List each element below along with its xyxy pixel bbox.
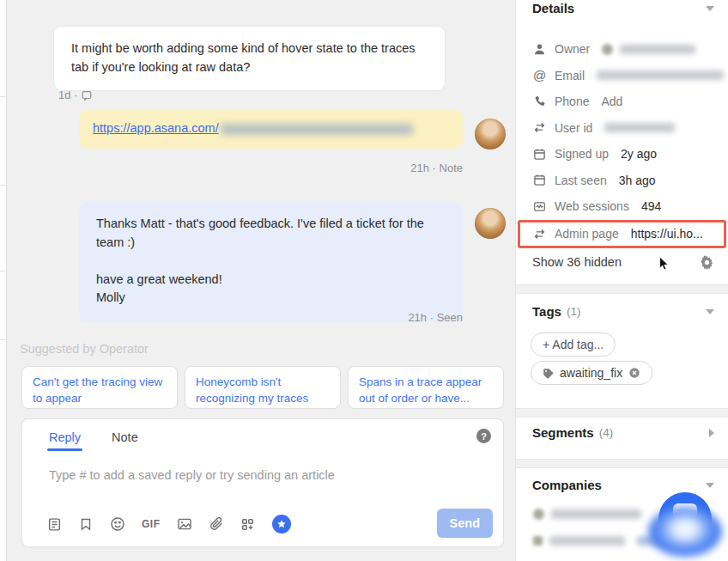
- calendar-icon: [532, 147, 547, 162]
- messenger-launcher-button[interactable]: [658, 492, 712, 546]
- redacted-owner-value: [620, 45, 695, 54]
- redacted-owner-avatar: [602, 44, 613, 55]
- composer-input[interactable]: Type # to add a saved reply or try sendi…: [49, 468, 335, 482]
- detail-row-phone[interactable]: Phone Add: [516, 88, 728, 115]
- detail-label: Phone: [555, 95, 589, 108]
- detail-row-user-id[interactable]: User id: [516, 115, 728, 142]
- show-hidden-link[interactable]: Show 36 hidden: [532, 255, 622, 269]
- composer-tabs: Reply Note: [49, 430, 138, 451]
- details-sidebar: Details Owner @ Email Phone: [515, 0, 728, 561]
- redacted-email-value: [597, 70, 724, 80]
- note-message-meta: 21h · Note: [79, 162, 463, 174]
- activity-icon: [532, 199, 547, 214]
- companies-header: Companies: [532, 478, 714, 492]
- gif-icon[interactable]: GIF: [142, 518, 161, 530]
- sync-icon: [532, 227, 547, 241]
- section-divider: [516, 459, 728, 468]
- reply-paragraph-gap: [96, 253, 446, 271]
- teammate-avatar: [475, 119, 506, 149]
- calendar-icon: [532, 173, 547, 187]
- segments-title: Segments: [532, 425, 594, 440]
- details-header: Details: [532, 1, 714, 15]
- send-button[interactable]: Send: [437, 509, 493, 538]
- details-title: Details: [532, 1, 574, 15]
- detail-row-admin-page[interactable]: Admin page https://ui.ho...: [518, 220, 726, 248]
- redacted-company-name: [551, 509, 641, 519]
- redacted-user-id-value: [604, 123, 675, 132]
- image-icon[interactable]: [177, 516, 192, 532]
- detail-label: Admin page: [555, 227, 619, 241]
- admin-page-link[interactable]: https://ui.ho...: [631, 227, 703, 241]
- operator-star-icon[interactable]: [272, 515, 291, 534]
- sync-icon: [532, 120, 547, 135]
- composer-toolbar: GIF: [46, 515, 291, 534]
- chevron-down-icon[interactable]: [706, 309, 714, 314]
- section-divider: [516, 408, 728, 418]
- company-row-redacted[interactable]: [533, 536, 682, 546]
- detail-label: Last seen: [555, 174, 607, 187]
- inbox-conversation-page: It might be worth adding some kind of ho…: [0, 0, 728, 561]
- add-tag-label: + Add tag...: [543, 338, 604, 351]
- note-message-bubble: https://app.asana.com/: [79, 109, 463, 149]
- detail-row-owner[interactable]: Owner: [516, 36, 728, 63]
- teammate-avatar: [475, 208, 506, 239]
- suggestion-card-spans-order[interactable]: Spans in a trace appear out of order or …: [348, 366, 504, 409]
- user-message-timestamp: 1d ·: [58, 88, 77, 101]
- last-seen-value: 3h ago: [619, 174, 656, 187]
- segments-count: (4): [599, 426, 614, 439]
- tag-icon: [543, 368, 554, 379]
- gear-icon[interactable]: [700, 255, 714, 270]
- detail-label: Signed up: [555, 147, 609, 161]
- web-sessions-value: 494: [641, 199, 661, 213]
- user-message-text: It might be worth adding some kind of ho…: [71, 41, 416, 74]
- companies-title: Companies: [532, 478, 602, 492]
- chevron-down-icon[interactable]: [706, 483, 714, 488]
- attachment-icon[interactable]: [209, 516, 224, 532]
- phone-icon: [532, 95, 547, 109]
- tags-title: Tags: [532, 304, 561, 319]
- reply-text-line2: have a great weekend!: [96, 271, 446, 290]
- messenger-icon: [673, 503, 697, 523]
- detail-label: Owner: [555, 42, 590, 56]
- chevron-down-icon[interactable]: [706, 6, 714, 11]
- conversation-pane: It might be worth adding some kind of ho…: [7, 0, 515, 561]
- detail-label: User id: [555, 121, 592, 135]
- detail-label: Web sessions: [555, 199, 629, 213]
- suggestion-card-tracing-view[interactable]: Can't get the tracing view to appear: [21, 366, 178, 409]
- redacted-company-icon: [533, 536, 543, 546]
- apps-icon[interactable]: [240, 516, 256, 532]
- tags-count: (1): [567, 305, 581, 318]
- person-icon: [532, 42, 547, 57]
- user-message-meta: 1d ·: [58, 88, 93, 101]
- help-icon[interactable]: ?: [476, 429, 491, 443]
- suggested-by-operator-label: Suggested by Operator: [20, 342, 149, 356]
- emoji-icon[interactable]: [110, 516, 125, 532]
- tab-reply[interactable]: Reply: [49, 430, 81, 451]
- redacted-company-name: [549, 536, 625, 546]
- reply-timestamp: 21h · Seen: [408, 311, 463, 324]
- detail-row-last-seen[interactable]: Last seen 3h ago: [516, 168, 728, 194]
- mouse-cursor-icon: [658, 256, 670, 271]
- chevron-right-icon[interactable]: [709, 429, 714, 437]
- user-message-bubble: It might be worth adding some kind of ho…: [53, 26, 446, 91]
- tag-awaiting-fix[interactable]: awaiting_fix: [531, 361, 652, 385]
- add-tag-button[interactable]: + Add tag...: [531, 332, 616, 357]
- detail-row-web-sessions[interactable]: Web sessions 494: [516, 193, 728, 220]
- details-rows: Owner @ Email Phone Add: [516, 36, 728, 248]
- redacted-link-text: [221, 124, 413, 135]
- detail-row-signed-up[interactable]: Signed up 2y ago: [516, 141, 728, 168]
- tab-note[interactable]: Note: [112, 430, 138, 451]
- at-icon: @: [532, 68, 547, 82]
- remove-tag-icon[interactable]: [628, 367, 640, 379]
- company-row-redacted[interactable]: [533, 509, 641, 520]
- asana-link[interactable]: https://app.asana.com/: [93, 119, 219, 138]
- bookmark-icon[interactable]: [78, 516, 94, 532]
- conversation-list-edge: [0, 0, 7, 561]
- reply-message-meta: 21h · Seen: [79, 311, 463, 324]
- suggestion-card-recognizing-traces[interactable]: Honeycomb isn't recognizing my traces: [185, 366, 341, 409]
- section-divider: [516, 284, 728, 294]
- saved-reply-icon[interactable]: [46, 516, 62, 532]
- reply-text-line1: Thanks Matt - that's good feedback. I've…: [96, 215, 446, 253]
- phone-add-link[interactable]: Add: [601, 95, 622, 108]
- detail-row-email[interactable]: @ Email: [516, 63, 728, 89]
